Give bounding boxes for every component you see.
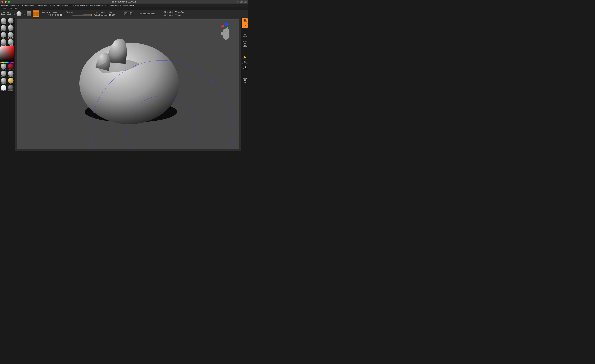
sphere-primitive-button[interactable] xyxy=(16,11,21,16)
draw-size-slider[interactable] xyxy=(41,14,64,16)
zoom3d-button[interactable]: 🔍Zoom3D xyxy=(242,61,248,65)
magnifier-icon: 🔍 xyxy=(243,61,246,63)
brush-hpolish[interactable]: hPolish xyxy=(7,39,14,46)
z-intensity-slider[interactable] xyxy=(65,14,92,16)
upgrade-zbrush-link[interactable]: Upgrade to ZBrush xyxy=(164,14,185,16)
brush-standar[interactable]: Standar xyxy=(0,18,7,25)
brush-icon xyxy=(1,32,6,38)
hue-slider[interactable] xyxy=(0,62,14,63)
local-icon: ⊚ xyxy=(244,34,246,36)
ac-label: AC xyxy=(236,1,239,3)
move-button[interactable]: ✋Move xyxy=(242,55,248,60)
free-mem: Free Mem 15.75GB xyxy=(38,4,57,6)
upgrade-core-link[interactable]: Upgrade to ZBrushCore xyxy=(164,11,185,13)
brush-label: hPolish xyxy=(7,44,14,46)
rotate-icon: ⟳ xyxy=(244,24,246,27)
top-toolbar: ➔ ➔ Draw Size Dynamic Z Intensity xyxy=(0,10,248,18)
upgrade-links: Upgrade to ZBrushCore Upgrade to ZBrush xyxy=(164,11,185,16)
brush-claybui[interactable]: ClayBui xyxy=(7,18,14,25)
brush-slash3[interactable]: Slash3 xyxy=(0,39,7,46)
brush-label: Pinch xyxy=(7,30,14,32)
rotate-mode-button[interactable]: ⟳ xyxy=(242,23,248,28)
brush-icon xyxy=(8,18,14,23)
material-label: Flat Co xyxy=(0,90,7,92)
viewport-inner[interactable] xyxy=(17,19,239,149)
z-intensity-control[interactable]: Z Intensity xyxy=(65,11,92,16)
grid-icon: ▦ xyxy=(244,19,246,21)
window-title: ZBrushCoreMini 2020.1.6 xyxy=(112,0,136,3)
export-group xyxy=(124,12,133,16)
polyf-button[interactable]: Line Fill▦PolyF xyxy=(242,78,248,82)
visit-zbrushcentral-link[interactable]: Visit ZBrushCentral xyxy=(139,13,156,15)
floor-button[interactable]: ⏚Floor xyxy=(242,38,248,43)
image-export-icon[interactable] xyxy=(124,12,128,16)
svg-marker-10 xyxy=(220,25,224,28)
brush-label: Move xyxy=(0,37,7,39)
menu-icon-1[interactable] xyxy=(240,0,243,3)
material-matcap[interactable]: MatCap xyxy=(0,63,7,70)
material-icon xyxy=(1,85,6,90)
material-gold[interactable]: Gold xyxy=(7,77,14,85)
save-icon[interactable] xyxy=(7,12,11,16)
primitive-box-group: ➔ xyxy=(23,11,31,16)
mesh-icon: ▦ xyxy=(244,79,246,81)
quality-med[interactable]: Med xyxy=(101,11,104,13)
material-icon xyxy=(8,63,14,69)
material-silverfo[interactable]: SilverFo xyxy=(7,85,14,92)
brush-label: Standar xyxy=(0,23,7,25)
frame-button[interactable]: ⛶Frame xyxy=(242,43,248,48)
rotate-button[interactable]: ⟲Rotate xyxy=(242,65,248,70)
quality-high[interactable]: High xyxy=(108,11,112,13)
scratch-disk: Scratch Disk 0 xyxy=(73,4,87,6)
material-label: ToyPlas xyxy=(7,76,14,77)
material-basicm[interactable]: BasicM xyxy=(0,70,7,77)
brush-move[interactable]: Move xyxy=(0,32,7,39)
open-icon[interactable] xyxy=(1,12,6,16)
viewport[interactable] xyxy=(15,18,241,151)
material-palette: MatCapMatCapBasicMToyPlasSkinShaGoldFlat… xyxy=(0,63,14,92)
draw-size-control[interactable]: Draw Size Dynamic xyxy=(41,11,64,16)
brush-label: ClayBui xyxy=(7,23,14,25)
primitive-sphere-group: ➔ xyxy=(13,11,21,16)
info-strip: ZBrushCoreMini 2020.1.6 NewSphere Free M… xyxy=(0,4,248,7)
brush-icon xyxy=(1,25,6,30)
brush-snakeh[interactable]: SnakeH xyxy=(7,32,14,39)
material-label: SkinSha xyxy=(0,83,7,85)
file-group xyxy=(1,12,11,16)
material-skinsha[interactable]: SkinSha xyxy=(0,77,7,85)
material-label: Gold xyxy=(7,83,14,85)
3dprint-export-icon[interactable] xyxy=(129,12,133,16)
persp-button[interactable]: ▦Persp xyxy=(242,18,248,23)
material-flat co[interactable]: Flat Co xyxy=(0,85,7,92)
local-button[interactable]: ⊚Local xyxy=(242,33,248,38)
xyz-button[interactable]: XYZ xyxy=(242,28,248,33)
brush-inflate[interactable]: Inflate xyxy=(0,25,7,32)
quality-low[interactable]: Low xyxy=(94,11,98,13)
window-controls xyxy=(1,1,10,3)
meshcount: MeshCount▶1 xyxy=(122,4,135,6)
color-picker[interactable] xyxy=(0,46,14,63)
close-icon[interactable] xyxy=(1,1,3,3)
svg-rect-2 xyxy=(244,1,245,2)
brush-pinch[interactable]: Pinch xyxy=(7,25,14,32)
symmetry-button[interactable] xyxy=(33,10,39,17)
box-primitive-button[interactable] xyxy=(27,11,31,16)
material-label: MatCap xyxy=(0,69,7,70)
arrow-icon: ➔ xyxy=(23,12,26,15)
material-label: SilverFo xyxy=(7,90,14,92)
left-panel: StandarClayBuiInflatePinchMoveSnakeHSlas… xyxy=(0,18,14,92)
zoom-icon[interactable] xyxy=(8,1,10,3)
material-matcap[interactable]: MatCap xyxy=(7,63,14,70)
brush-icon xyxy=(1,18,6,23)
color-picker-cursor[interactable] xyxy=(0,46,1,47)
timer: Timer▶0.008 xyxy=(87,4,100,6)
material-toyplas[interactable]: ToyPlas xyxy=(7,70,14,77)
floor-icon: ⏚ xyxy=(244,39,246,41)
material-icon xyxy=(1,71,6,76)
svg-rect-0 xyxy=(240,1,242,2)
brush-label: Slash3 xyxy=(0,44,7,46)
menu-icon-2[interactable] xyxy=(244,0,247,3)
orientation-gizmo[interactable] xyxy=(217,21,236,42)
material-label: MatCap xyxy=(7,69,14,70)
minimize-icon[interactable] xyxy=(5,1,7,3)
